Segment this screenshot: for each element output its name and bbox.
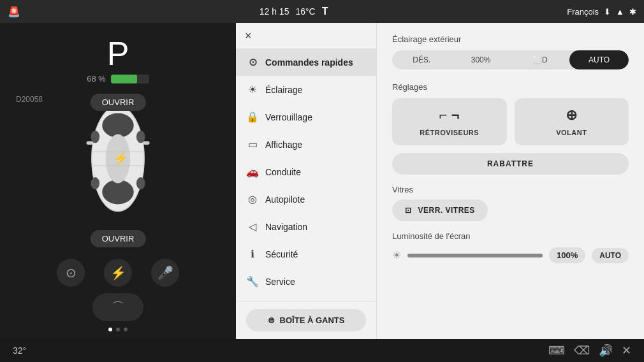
menu-label-conduite: Conduite bbox=[265, 167, 301, 177]
menu-label-autopilote: Autopilote bbox=[265, 194, 305, 205]
menu-item-commandes[interactable]: ⊙ Commandes rapides bbox=[236, 48, 376, 76]
luminosite-row: ☀ 100% AUTO bbox=[392, 247, 629, 263]
ouvrir-bottom-btn-wrapper: OUVRIR bbox=[91, 230, 146, 247]
vitres-section: Vitres ⊡ VERR. VITRES bbox=[392, 185, 629, 221]
lightning-icon[interactable]: ⚡ bbox=[104, 259, 132, 287]
service-icon: 🔧 bbox=[246, 275, 259, 287]
target-icon[interactable]: ⊙ bbox=[57, 259, 85, 287]
eclairage-icon: ☀ bbox=[246, 83, 259, 96]
user-name: François bbox=[567, 7, 599, 17]
ouvrir-bottom-button[interactable]: OUVRIR bbox=[91, 230, 146, 247]
volant-button[interactable]: ⊕ VOLANT bbox=[515, 98, 629, 145]
securite-icon: ℹ bbox=[246, 248, 259, 260]
mirror-right-icon: ¬ bbox=[451, 107, 460, 124]
tesla-logo: T bbox=[322, 6, 328, 17]
status-right: François ⬇ ▲ ✱ bbox=[567, 7, 636, 17]
battery-pct: 68 % bbox=[87, 74, 106, 83]
car-container: D20058 OUVRIR bbox=[54, 89, 182, 252]
affichage-icon: ▭ bbox=[246, 138, 259, 150]
menu-item-logiciel[interactable]: ⬇ Logiciel bbox=[236, 295, 376, 301]
steering-icon: ⊕ bbox=[566, 107, 578, 124]
status-left: 🚨 bbox=[8, 6, 20, 18]
rabattre-button[interactable]: RABATTRE bbox=[392, 153, 629, 175]
volant-icons: ⊕ bbox=[566, 107, 578, 124]
gants-button[interactable]: ⊜ BOÎTE À GANTS bbox=[246, 309, 366, 331]
menu-item-autopilote[interactable]: ◎ Autopilote bbox=[236, 185, 376, 213]
light-btn-des[interactable]: DÉS. bbox=[392, 50, 451, 69]
wiper-icon: ⌒ bbox=[112, 299, 124, 316]
wiper-control[interactable]: ⌒ bbox=[92, 293, 143, 321]
dot-1 bbox=[108, 328, 112, 331]
svg-point-2 bbox=[102, 180, 134, 205]
gants-label: BOÎTE À GANTS bbox=[280, 315, 345, 325]
light-btn-auto[interactable]: AUTO bbox=[569, 50, 629, 69]
menu-label-service: Service bbox=[265, 277, 295, 287]
gants-icon: ⊜ bbox=[268, 315, 275, 325]
wifi-icon: ▲ bbox=[616, 7, 624, 17]
main-layout: P 68 % D20058 OUVRIR bbox=[0, 23, 644, 339]
mic-icon[interactable]: 🎤 bbox=[151, 259, 179, 287]
sun-icon: ☀ bbox=[392, 249, 401, 261]
menu-close-button[interactable]: × bbox=[245, 29, 252, 43]
menu-item-affichage[interactable]: ▭ Affichage bbox=[236, 131, 376, 158]
bottom-icon-1: ⌨ bbox=[548, 344, 565, 358]
menu-list: ⊙ Commandes rapides ☀ Éclairage 🔒 Verrou… bbox=[236, 48, 376, 301]
svg-point-8 bbox=[91, 131, 99, 143]
middle-panel: × ⊙ Commandes rapides ☀ Éclairage 🔒 Verr… bbox=[236, 23, 376, 339]
menu-item-navigation[interactable]: ◁ Navigation bbox=[236, 213, 376, 240]
lum-auto-button[interactable]: AUTO bbox=[592, 248, 629, 263]
svg-point-1 bbox=[102, 113, 134, 138]
retroviseurs-icons: ⌐ ¬ bbox=[439, 107, 460, 124]
luminosite-section: Luminosité de l'écran ☀ 100% AUTO bbox=[392, 231, 629, 263]
menu-item-eclairage[interactable]: ☀ Éclairage bbox=[236, 76, 376, 103]
menu-label-verrouillage: Verrouillage bbox=[265, 112, 312, 122]
alert-icon: 🚨 bbox=[8, 6, 20, 18]
menu-item-securite[interactable]: ℹ Sécurité bbox=[236, 240, 376, 268]
left-panel: P 68 % D20058 OUVRIR bbox=[0, 23, 236, 339]
temp-display: 16°C bbox=[295, 6, 315, 17]
lighting-title: Éclairage extérieur bbox=[392, 34, 629, 44]
battery-visual bbox=[111, 75, 149, 83]
menu-item-verrouillage[interactable]: 🔒 Verrouillage bbox=[236, 103, 376, 131]
dot-2 bbox=[116, 328, 120, 331]
battery-bar: 68 % bbox=[87, 74, 149, 83]
verr-vitres-label: VERR. VITRES bbox=[418, 206, 475, 215]
vitres-title: Vitres bbox=[392, 185, 629, 194]
mirror-left-icon: ⌐ bbox=[439, 107, 447, 124]
light-btn-d[interactable]: ⬜D bbox=[511, 50, 570, 69]
reglages-title: Réglages bbox=[392, 82, 629, 92]
svg-point-10 bbox=[91, 177, 99, 189]
gear-indicator: P bbox=[107, 37, 129, 70]
conduite-icon: 🚗 bbox=[246, 166, 259, 178]
verrouillage-icon: 🔒 bbox=[246, 111, 259, 123]
bottom-bar: 32° ⌨ ⌫ 🔊 ✕ bbox=[0, 339, 644, 362]
retroviseurs-label: RÉTROVISEURS bbox=[420, 129, 479, 136]
reglages-row: ⌐ ¬ RÉTROVISEURS ⊕ VOLANT bbox=[392, 98, 629, 145]
navigation-icon: ◁ bbox=[246, 221, 259, 233]
svg-point-11 bbox=[136, 177, 145, 189]
menu-label-securite: Sécurité bbox=[265, 249, 298, 259]
lighting-controls: DÉS. 300% ⬜D AUTO bbox=[392, 50, 629, 69]
verr-vitres-button[interactable]: ⊡ VERR. VITRES bbox=[392, 199, 488, 221]
pagination-dots bbox=[108, 328, 128, 331]
brightness-slider[interactable] bbox=[407, 254, 543, 257]
menu-item-service[interactable]: 🔧 Service bbox=[236, 268, 376, 295]
menu-label-affichage: Affichage bbox=[265, 140, 302, 150]
ouvrir-top-btn-wrapper: OUVRIR bbox=[91, 94, 146, 111]
light-btn-300[interactable]: 300% bbox=[451, 50, 511, 69]
svg-point-9 bbox=[136, 131, 145, 143]
luminosite-title: Luminosité de l'écran bbox=[392, 231, 629, 241]
retroviseurs-button[interactable]: ⌐ ¬ RÉTROVISEURS bbox=[392, 98, 507, 145]
bottom-icon-2: ⌫ bbox=[574, 344, 590, 358]
svg-rect-6 bbox=[87, 141, 94, 145]
autopilote-icon: ◎ bbox=[246, 193, 259, 205]
bluetooth-icon: ✱ bbox=[629, 7, 636, 17]
volant-label: VOLANT bbox=[556, 129, 587, 136]
commandes-icon: ⊙ bbox=[246, 56, 259, 68]
window-icon: ⊡ bbox=[405, 206, 412, 215]
dot-3 bbox=[124, 328, 128, 331]
menu-item-conduite[interactable]: 🚗 Conduite bbox=[236, 158, 376, 185]
time-display: 12 h 15 bbox=[260, 6, 289, 17]
ouvrir-top-button[interactable]: OUVRIR bbox=[91, 94, 146, 111]
right-panel: Éclairage extérieur DÉS. 300% ⬜D AUTO Ré… bbox=[376, 23, 644, 339]
